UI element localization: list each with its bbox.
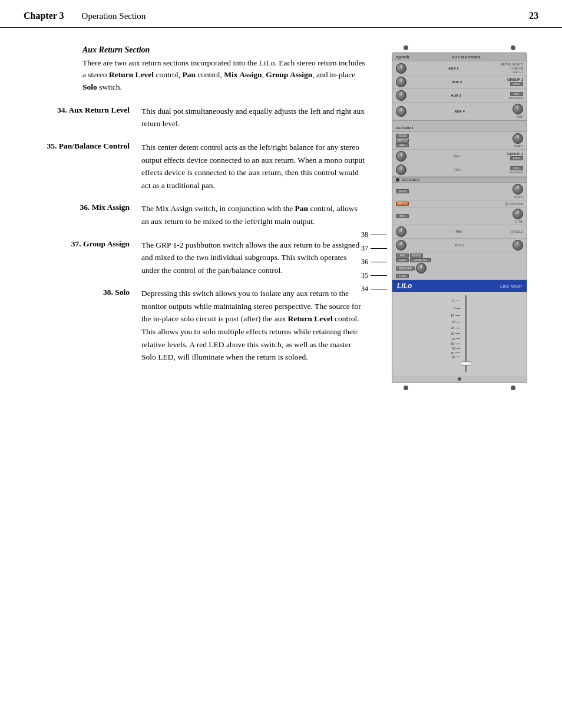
led-return2 [396,178,399,182]
solo-btn-r2[interactable]: SOLO [396,189,409,193]
solo-btn-r1[interactable]: SOLO [396,134,409,138]
mix-lr-label: MIX L/R [514,67,523,70]
solo-knob-r2[interactable] [513,240,523,251]
aux2-label: AUX 2 [452,80,462,84]
item-35: 35. Pan/Balance Control This center dete… [24,141,365,192]
trk2-btn[interactable]: 2 TRK [396,274,409,278]
group2-label: GROUP 2 [507,152,523,156]
text-area: Aux Return Section There are two aux ret… [0,45,383,390]
grp12-label-a: GRP 1-2 [513,71,523,74]
mex-daw-btn[interactable]: MEX·DAW [396,266,415,271]
pan-label-r1: PAN [454,154,460,158]
aux4-label: AUX 4 [454,110,465,113]
mix-btn-g2[interactable]: MIX [510,166,523,170]
led-solo [511,230,514,233]
rtn2-label: RTN 2 [455,243,464,247]
top-dot-right [511,45,515,50]
grp1-label: GRP 1 [514,144,523,148]
callout-35: 35 [361,271,368,280]
grp12-btn-r1[interactable]: GRP 1-2 [396,139,409,143]
callout-34: 34 [361,285,368,294]
top-dot-left [404,45,408,50]
mix-btn-main[interactable]: MIX [396,253,409,258]
grp2-knob[interactable] [513,184,523,195]
callout-numbers: 38 37 36 35 [361,228,387,296]
solo-label-r2: SOLO [515,230,523,233]
grp2-label: GRP 2 [514,195,523,199]
pan-label-g1: PAN [517,115,523,118]
item-38-label: 38. Solo [24,287,141,297]
item-36: 36. Mix Assign The Mix Assign switch, in… [24,202,365,228]
pan-knob-r2[interactable] [396,226,406,237]
return1-label: RETURN 1 [396,126,414,130]
intro-block: Aux Return Section There are two aux ret… [82,45,365,93]
fader-handle[interactable] [461,361,471,365]
rtn2-knob[interactable] [396,240,406,251]
callout-38: 38 [361,230,368,239]
pan-label-r2: PAN [455,230,461,233]
trk2-knob[interactable] [513,209,523,219]
bottom-dot-left [404,386,408,390]
mono-btn[interactable]: MONO [410,253,423,258]
item-36-desc: The Mix Assign switch, in conjunction wi… [141,202,365,228]
item-34-desc: This dual pot simultaneously and equally… [141,105,365,130]
rtn1-label: RTN 1 [454,168,462,172]
item-38-desc: Depressing this switch allows you to iso… [141,287,365,364]
trk2-label: 2 TRK [515,220,523,223]
line-mixer-label: Line Mixer [500,284,522,289]
item-37-desc: The GRP 1-2 pushbutton switch allows the… [141,239,365,277]
led-dawtrm [505,202,508,206]
chapter-label: Chapter 3 [24,11,64,21]
mix-btn-g1[interactable]: MIX [510,92,523,96]
bottom-dot-right [511,386,515,390]
solo-btn-g1[interactable]: SOLO [510,82,523,86]
daw-btn[interactable]: DAW [396,258,409,262]
mixer-panel: 38 37 36 35 [383,45,542,390]
led-meter [510,67,513,70]
section-label: Operation Section [82,11,146,21]
item-34-label: 34. Aux Return Level [24,105,141,115]
meter-select-label: METER SELECT [501,62,523,66]
bottom-center-dot [458,377,461,381]
pan-knob-g1[interactable] [513,104,523,114]
item-38: 38. Solo Depressing this switch allows y… [24,287,365,364]
aux3-label: AUX 3 [451,94,461,97]
item-36-label: 36. Mix Assign [24,202,141,212]
item-37: 37. Group Assign The GRP 1-2 pushbutton … [24,239,365,277]
grp1-knob[interactable] [513,133,523,144]
lilo-brand: LiLo [397,282,412,290]
grp-assign-g2: GRP ASSIGN [508,171,523,174]
item-34: 34. Aux Return Level This dual pot simul… [24,105,365,130]
solo-btn-g2[interactable]: SOLO [510,156,523,160]
item-37-label: 37. Group Assign [24,239,141,249]
item-35-label: 35. Pan/Balance Control [24,141,141,151]
mix-btn-r1[interactable]: MIX [396,143,409,147]
aux1-label: AUX 1 [448,67,459,70]
return2-label: RETURN 2 [402,178,419,182]
aux-masters-label: AUX MASTERS [452,55,481,59]
group1-label: GROUP 1 [507,78,523,81]
mixer-body: speck AUX MASTERS AUX 1 [392,45,527,390]
led-g1 [505,97,508,99]
intro-title: Aux Return Section [82,45,365,55]
callout-37: 37 [361,244,368,253]
grp12-btn-r2[interactable]: GRP 1-2 [396,202,409,206]
item-35-desc: This center detent control acts as the l… [141,141,365,192]
rtn1-knob[interactable] [396,164,406,175]
page-header: Chapter 3 Operation Section 23 [0,0,562,28]
callout-36: 36 [361,258,368,266]
header-left: Chapter 3 Operation Section [24,11,146,21]
intro-text: There are two aux return sections incorp… [82,57,365,93]
speck-brand: speck [396,54,409,60]
main-content: Aux Return Section There are two aux ret… [0,28,562,390]
pan-knob-r1[interactable] [396,151,406,162]
monitor-knob[interactable] [416,263,427,274]
page-number: 23 [529,11,538,21]
mix-btn-r2[interactable]: MIX [396,214,409,218]
monitor-btn[interactable]: MONITOR [410,258,431,262]
dawtrm-label: DAW TRM [509,202,523,206]
